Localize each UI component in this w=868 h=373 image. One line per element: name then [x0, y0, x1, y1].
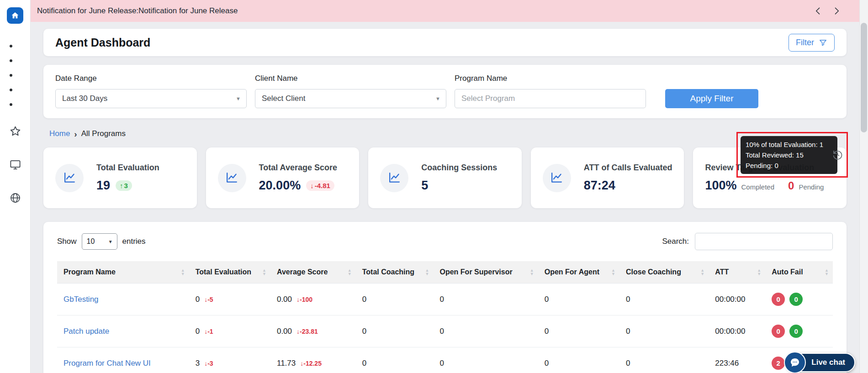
kpi-value: 20.00% [259, 179, 301, 193]
page-scrollbar [859, 0, 868, 373]
table-row: GbTesting0↓-50.00↓-100000000:00:0000 [57, 284, 833, 315]
tooltip-line: 10% of total Evaluation: 1 [746, 139, 832, 150]
column-header[interactable]: Total Coaching▲▼ [356, 261, 434, 284]
close-coaching-value: 0 [626, 359, 630, 368]
average-score-value: 0.00 [277, 327, 292, 336]
delta-down-indicator: ↓-5 [204, 296, 213, 303]
sort-icon: ▲▼ [348, 268, 352, 276]
home-icon[interactable] [7, 7, 23, 24]
client-name-select[interactable]: Select Client ▼ [255, 89, 446, 108]
sort-icon: ▲▼ [611, 268, 615, 276]
prev-notification-icon[interactable] [814, 6, 823, 16]
average-score-value: 11.73 [277, 359, 296, 368]
total-coaching-value: 0 [362, 295, 366, 304]
open-for-agent-value: 0 [545, 359, 549, 368]
globe-icon[interactable] [9, 192, 21, 204]
apply-filter-button[interactable]: Apply Filter [665, 89, 758, 108]
filter-button-label: Filter [796, 38, 814, 47]
column-header[interactable]: Total Evaluation▲▼ [189, 261, 270, 284]
review-tooltip: 10% of total Evaluation: 1 Total Reviewe… [741, 136, 837, 174]
column-header[interactable]: Open For Supervisor▲▼ [434, 261, 538, 284]
kpi-value: 87:24 [584, 179, 615, 193]
auto-fail-badge: 0 [772, 325, 785, 338]
sort-icon: ▲▼ [181, 268, 185, 276]
menu-dot[interactable] [10, 89, 12, 91]
main-content: Agent Dashboard Filter Date Range Last 3… [31, 22, 859, 373]
live-chat-button[interactable]: Live chat [786, 353, 855, 372]
live-chat-label: Live chat [811, 358, 845, 367]
auto-fail-badge: 2 [772, 357, 785, 370]
date-range-value: Last 30 Days [62, 94, 107, 103]
page-size-value: 10 [87, 237, 95, 246]
date-range-label: Date Range [55, 74, 247, 83]
sort-icon: ▲▼ [700, 268, 704, 276]
breadcrumb-home-link[interactable]: Home [49, 129, 70, 138]
client-name-value: Select Client [262, 94, 305, 103]
programs-table: Program Name▲▼Total Evaluation▲▼Average … [57, 261, 833, 373]
sidebar [0, 0, 31, 373]
program-name-link[interactable]: Program for Chat New UI [64, 359, 151, 368]
chevron-down-icon: ▼ [435, 96, 440, 101]
open-for-supervisor-value: 0 [440, 295, 444, 304]
close-coaching-value: 0 [626, 295, 630, 304]
open-for-supervisor-value: 0 [440, 359, 444, 368]
next-notification-icon[interactable] [832, 6, 841, 16]
open-for-agent-value: 0 [545, 295, 549, 304]
chart-line-icon [218, 164, 246, 192]
search-input[interactable] [695, 233, 833, 250]
monitor-icon[interactable] [9, 158, 21, 171]
att-value: 00:00:00 [715, 295, 745, 304]
client-name-label: Client Name [255, 74, 446, 83]
filter-panel: Date Range Last 30 Days ▼ Client Name Se… [43, 65, 847, 118]
entries-label: entries [122, 237, 146, 246]
program-name-link[interactable]: Patch update [64, 327, 109, 336]
pending-count: 0 [788, 179, 794, 192]
chat-bubble-icon [784, 352, 806, 373]
page-title: Agent Dashboard [55, 36, 150, 49]
sort-icon: ▲▼ [757, 268, 761, 276]
sidebar-menu-dots [10, 45, 12, 106]
chart-line-icon [380, 164, 408, 192]
star-icon[interactable] [9, 125, 21, 137]
program-name-label: Program Name [455, 74, 646, 83]
arrow-up-icon: ↑ [120, 182, 123, 189]
menu-dot[interactable] [10, 103, 12, 106]
column-header[interactable]: ATT▲▼ [709, 261, 765, 284]
column-header[interactable]: Close Coaching▲▼ [619, 261, 709, 284]
tooltip-line: Total Reviewed: 15 [746, 150, 832, 160]
date-range-select[interactable]: Last 30 Days ▼ [55, 89, 247, 108]
page-size-select[interactable]: 10 ▼ [82, 233, 117, 250]
delta-down-indicator: ↓-3 [204, 360, 213, 367]
program-name-input[interactable] [455, 89, 646, 108]
kpi-value: 5 [421, 179, 428, 193]
column-header[interactable]: Open For Agent▲▼ [538, 261, 619, 284]
delta-down-indicator: ↓-23.81 [296, 328, 318, 335]
program-name-link[interactable]: GbTesting [64, 295, 99, 304]
search-label: Search: [662, 237, 689, 246]
auto-pass-badge: 0 [789, 293, 803, 306]
completed-label: Completed [741, 183, 775, 191]
column-header[interactable]: Auto Fail▲▼ [765, 261, 833, 284]
scrollbar-thumb[interactable] [861, 23, 867, 132]
history-icon[interactable] [832, 149, 843, 161]
funnel-icon [819, 38, 827, 47]
kpi-cards-row: Total Evaluation 19 ↑3 Total Average Sco… [43, 147, 847, 208]
chart-line-icon [543, 164, 571, 192]
kpi-att-of-calls: ATT of Calls Evaluated 87:24 [531, 147, 684, 208]
menu-dot[interactable] [10, 45, 12, 47]
column-header[interactable]: Average Score▲▼ [270, 261, 356, 284]
filter-button[interactable]: Filter [789, 34, 835, 52]
open-for-supervisor-value: 0 [440, 327, 444, 336]
sort-icon: ▲▼ [825, 268, 829, 276]
auto-fail-badge: 0 [772, 293, 785, 306]
kpi-title: Total Evaluation [96, 163, 159, 173]
column-header[interactable]: Program Name▲▼ [57, 261, 189, 284]
tooltip-line: Pending: 0 [746, 160, 832, 171]
arrow-down-icon: ↓ [310, 182, 314, 189]
menu-dot[interactable] [10, 74, 12, 77]
kpi-total-average-score: Total Average Score 20.00% ↓-4.81 [206, 147, 360, 208]
breadcrumb-current: All Programs [81, 129, 126, 138]
menu-dot[interactable] [10, 59, 12, 62]
delta-down-indicator: ↓-1 [204, 328, 213, 335]
table-row: Program for Chat New UI3↓-311.73↓-12.250… [57, 347, 833, 373]
